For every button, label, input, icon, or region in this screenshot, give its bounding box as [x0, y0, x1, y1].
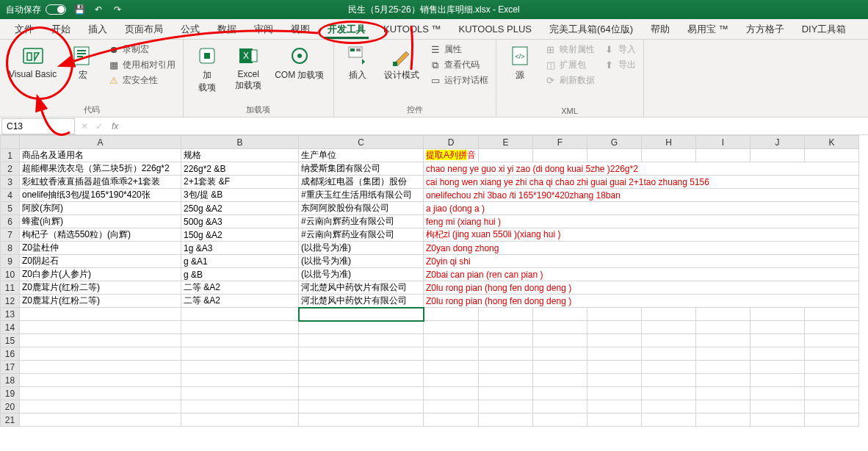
cell-A1[interactable]: 商品名及通用名 — [20, 149, 181, 162]
row-header-10[interactable]: 10 — [1, 268, 20, 281]
row-header-3[interactable]: 3 — [1, 176, 20, 189]
fx-icon[interactable]: fx — [107, 121, 123, 131]
cell-K18[interactable] — [805, 374, 859, 387]
cell-G20[interactable] — [587, 400, 642, 414]
cell-A16[interactable] — [20, 347, 181, 361]
cell-B5[interactable]: 250g &A2 — [181, 202, 299, 215]
col-header-I[interactable]: I — [696, 136, 751, 149]
cell-K17[interactable] — [805, 361, 859, 374]
tab-1[interactable]: 开始 — [43, 19, 79, 39]
cell-C12[interactable]: 河北楚风中药饮片有限公司 — [299, 295, 424, 308]
cell-E14[interactable] — [479, 321, 533, 334]
cell-D20[interactable] — [424, 400, 479, 414]
cell-D1[interactable]: 提取A列拼音 — [424, 149, 479, 162]
cell-B10[interactable]: g &B — [181, 268, 299, 281]
cell-K20[interactable] — [805, 400, 859, 414]
cell-D6[interactable]: feng mi (xiang hui ) — [424, 215, 859, 228]
cell-C2[interactable]: 纳爱斯集团有限公司 — [299, 162, 424, 176]
row-header-4[interactable]: 4 — [1, 189, 20, 202]
use-relative-ref-button[interactable]: ▦使用相对引用 — [106, 58, 177, 72]
cell-H1[interactable] — [642, 149, 696, 162]
tab-15[interactable]: DIY工具箱 — [793, 19, 856, 39]
spreadsheet-grid[interactable]: ABCDEFGHIJK1商品名及通用名规格生产单位提取A列拼音2超能椰果洗衣皂（… — [0, 135, 868, 451]
com-addins-button[interactable]: COM 加载项 — [272, 43, 327, 83]
cell-C21[interactable] — [299, 414, 424, 427]
cell-D5[interactable]: a jiao (dong a ) — [424, 202, 859, 215]
cell-D12[interactable]: Z0lu rong pian (hong fen dong deng ) — [424, 295, 859, 308]
cell-G17[interactable] — [587, 361, 642, 374]
properties-button[interactable]: ☰属性 — [428, 43, 490, 57]
cell-C1[interactable]: 生产单位 — [299, 149, 424, 162]
cell-D19[interactable] — [424, 387, 479, 400]
cell-C4[interactable]: #重庆玉红生活用纸有限公司 — [299, 189, 424, 202]
cell-B17[interactable] — [181, 361, 299, 374]
cell-C20[interactable] — [299, 400, 424, 414]
cell-C10[interactable]: (以批号为准) — [299, 268, 424, 281]
macros-button[interactable]: 宏 — [65, 43, 101, 83]
cell-H17[interactable] — [642, 361, 696, 374]
cell-F19[interactable] — [533, 387, 587, 400]
cell-A3[interactable]: 彩虹蚊香液直插器超值乖乖2+1套装 — [20, 176, 181, 189]
cell-D13[interactable] — [424, 308, 479, 321]
col-header-G[interactable]: G — [587, 136, 642, 149]
visual-basic-button[interactable]: Visual Basic — [6, 43, 59, 81]
row-header-14[interactable]: 14 — [1, 321, 20, 334]
enter-icon[interactable]: ✓ — [95, 121, 103, 131]
cell-C16[interactable] — [299, 347, 424, 361]
tab-12[interactable]: 帮助 — [642, 19, 679, 39]
cell-A4[interactable]: onelife抽纸3包/提165*190*420张 — [20, 189, 181, 202]
cell-B18[interactable] — [181, 374, 299, 387]
cell-H16[interactable] — [642, 347, 696, 361]
cell-E18[interactable] — [479, 374, 533, 387]
cell-E19[interactable] — [479, 387, 533, 400]
macro-security-button[interactable]: ⚠宏安全性 — [106, 73, 177, 87]
row-header-8[interactable]: 8 — [1, 242, 20, 255]
cell-J13[interactable] — [751, 308, 805, 321]
cell-K1[interactable] — [805, 149, 859, 162]
cell-C8[interactable]: (以批号为准) — [299, 242, 424, 255]
excel-addins-button[interactable]: X Excel 加载项 — [231, 43, 266, 93]
cell-C5[interactable]: 东阿阿胶股份有限公司 — [299, 202, 424, 215]
tab-9[interactable]: KUTOOLS ™ — [375, 19, 450, 39]
cell-A19[interactable] — [20, 387, 181, 400]
undo-icon[interactable]: ↶ — [93, 4, 104, 15]
tab-8[interactable]: 开发工具 — [319, 19, 375, 39]
cell-D21[interactable] — [424, 414, 479, 427]
cell-I18[interactable] — [696, 374, 751, 387]
cell-K14[interactable] — [805, 321, 859, 334]
cell-B14[interactable] — [181, 321, 299, 334]
cell-I21[interactable] — [696, 414, 751, 427]
save-icon[interactable]: 💾 — [73, 4, 85, 15]
cell-A12[interactable]: Z0鹿茸片(红粉二等) — [20, 295, 181, 308]
row-header-13[interactable]: 13 — [1, 308, 20, 321]
cell-B4[interactable]: 3包/提 &B — [181, 189, 299, 202]
cell-J17[interactable] — [751, 361, 805, 374]
record-macro-button[interactable]: ⏺录制宏 — [106, 43, 177, 57]
addins-button[interactable]: 加 载项 — [189, 43, 225, 95]
cell-G21[interactable] — [587, 414, 642, 427]
cell-H20[interactable] — [642, 400, 696, 414]
autosave-toggle[interactable]: 自动保存 — [6, 4, 66, 16]
cell-A7[interactable]: 枸杞子（精选550粒）(向辉) — [20, 228, 181, 242]
row-header-19[interactable]: 19 — [1, 387, 20, 400]
cell-A20[interactable] — [20, 400, 181, 414]
cell-H18[interactable] — [642, 374, 696, 387]
cell-C13[interactable] — [299, 308, 424, 321]
cell-E20[interactable] — [479, 400, 533, 414]
cell-J1[interactable] — [751, 149, 805, 162]
row-header-5[interactable]: 5 — [1, 202, 20, 215]
cell-A6[interactable]: 蜂蜜(向辉) — [20, 215, 181, 228]
tab-14[interactable]: 方方格子 — [737, 19, 793, 39]
cell-B7[interactable]: 150g &A2 — [181, 228, 299, 242]
view-code-button[interactable]: ⧉查看代码 — [428, 58, 490, 72]
cell-H14[interactable] — [642, 321, 696, 334]
col-header-J[interactable]: J — [751, 136, 805, 149]
cell-D16[interactable] — [424, 347, 479, 361]
cell-F16[interactable] — [533, 347, 587, 361]
row-header-7[interactable]: 7 — [1, 228, 20, 242]
cell-D15[interactable] — [424, 334, 479, 347]
cell-B8[interactable]: 1g &A3 — [181, 242, 299, 255]
cell-H15[interactable] — [642, 334, 696, 347]
cell-D11[interactable]: Z0lu rong pian (hong fen dong deng ) — [424, 281, 859, 295]
row-header-12[interactable]: 12 — [1, 295, 20, 308]
